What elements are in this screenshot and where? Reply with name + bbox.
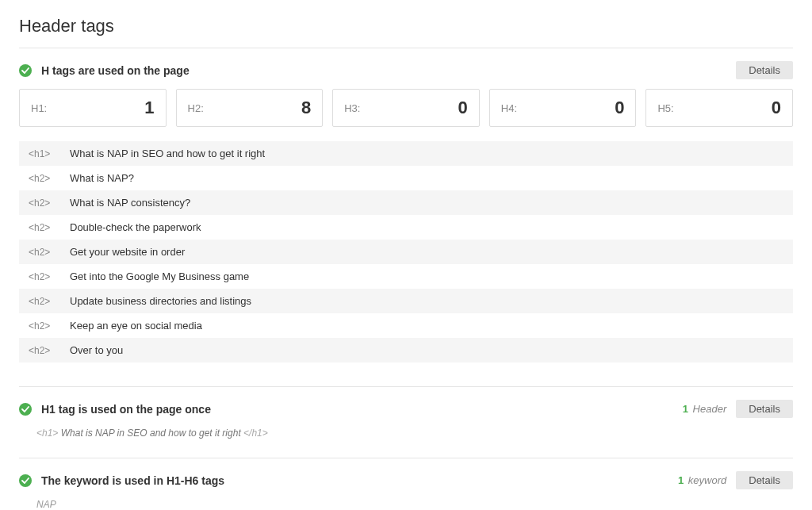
keyword-text: NAP bbox=[19, 496, 793, 510]
section-keyword: The keyword is used in H1-H6 tags 1 keyw… bbox=[19, 458, 793, 510]
check-icon bbox=[19, 474, 32, 487]
heading-tag: <h1> bbox=[29, 148, 59, 159]
count-number: 1 bbox=[683, 403, 688, 415]
section-htags-header: H tags are used on the page Details bbox=[19, 58, 793, 89]
details-button[interactable]: Details bbox=[736, 61, 793, 79]
section-title: H1 tag is used on the page once bbox=[41, 403, 683, 416]
stat-value: 0 bbox=[772, 98, 781, 118]
heading-row: <h2> Update business directories and lis… bbox=[19, 289, 793, 313]
count-label: Header bbox=[693, 403, 727, 415]
stat-value: 1 bbox=[144, 98, 154, 118]
heading-row: <h2> What is NAP? bbox=[19, 166, 793, 190]
details-button[interactable]: Details bbox=[736, 471, 793, 489]
heading-text: Over to you bbox=[70, 344, 123, 356]
heading-text: Get your website in order bbox=[70, 246, 185, 258]
stat-cards: H1: 1 H2: 8 H3: 0 H4: 0 H5: 0 bbox=[19, 89, 793, 127]
stat-card-h5: H5: 0 bbox=[645, 89, 793, 127]
tag-open: <h1> bbox=[36, 428, 58, 439]
page-title: Header tags bbox=[19, 16, 793, 48]
heading-text: What is NAP consistency? bbox=[70, 197, 190, 209]
stat-label: H3: bbox=[344, 102, 360, 114]
count-number: 1 bbox=[678, 474, 684, 486]
heading-row: <h2> Double-check the paperwork bbox=[19, 215, 793, 240]
stat-value: 0 bbox=[615, 98, 624, 118]
section-h1-once: H1 tag is used on the page once 1 Header… bbox=[19, 386, 793, 448]
stat-card-h2: H2: 8 bbox=[176, 89, 324, 127]
details-button[interactable]: Details bbox=[736, 400, 793, 418]
count-badge: 1 Header bbox=[683, 403, 727, 415]
heading-text: Double-check the paperwork bbox=[70, 221, 201, 233]
check-icon bbox=[19, 64, 32, 77]
heading-tag: <h2> bbox=[29, 296, 59, 307]
h1-code-preview: <h1> What is NAP in SEO and how to get i… bbox=[19, 424, 793, 448]
heading-tag: <h2> bbox=[29, 345, 59, 356]
heading-row: <h2> Keep an eye on social media bbox=[19, 313, 793, 338]
heading-tag: <h2> bbox=[29, 222, 59, 233]
heading-row: <h2> Get into the Google My Business gam… bbox=[19, 264, 793, 289]
tag-close: </h1> bbox=[243, 428, 268, 439]
heading-tag: <h2> bbox=[29, 173, 59, 184]
stat-label: H4: bbox=[501, 102, 517, 114]
section-h1-once-header: H1 tag is used on the page once 1 Header… bbox=[19, 397, 793, 424]
heading-list: <h1> What is NAP in SEO and how to get i… bbox=[19, 141, 793, 362]
heading-text: Get into the Google My Business game bbox=[70, 270, 249, 282]
stat-value: 8 bbox=[301, 98, 311, 118]
heading-tag: <h2> bbox=[29, 320, 59, 332]
heading-row: <h2> Get your website in order bbox=[19, 240, 793, 264]
heading-tag: <h2> bbox=[29, 197, 59, 209]
heading-text: Keep an eye on social media bbox=[70, 320, 202, 332]
heading-row: <h1> What is NAP in SEO and how to get i… bbox=[19, 141, 793, 166]
tag-content: What is NAP in SEO and how to get it rig… bbox=[61, 428, 241, 439]
count-badge: 1 keyword bbox=[678, 474, 726, 486]
section-title: The keyword is used in H1-H6 tags bbox=[41, 474, 678, 487]
heading-text: Update business directories and listings bbox=[70, 295, 251, 307]
heading-text: What is NAP? bbox=[70, 172, 134, 184]
count-label: keyword bbox=[688, 474, 726, 486]
stat-card-h3: H3: 0 bbox=[332, 89, 480, 127]
heading-text: What is NAP in SEO and how to get it rig… bbox=[70, 148, 265, 159]
section-title: H tags are used on the page bbox=[41, 64, 736, 77]
check-icon bbox=[19, 403, 32, 416]
stat-card-h4: H4: 0 bbox=[489, 89, 637, 127]
stat-card-h1: H1: 1 bbox=[19, 89, 167, 127]
heading-tag: <h2> bbox=[29, 247, 59, 258]
heading-tag: <h2> bbox=[29, 271, 59, 282]
heading-row: <h2> Over to you bbox=[19, 338, 793, 362]
heading-row: <h2> What is NAP consistency? bbox=[19, 190, 793, 215]
section-keyword-header: The keyword is used in H1-H6 tags 1 keyw… bbox=[19, 468, 793, 496]
stat-value: 0 bbox=[458, 98, 468, 118]
stat-label: H1: bbox=[31, 102, 47, 114]
stat-label: H2: bbox=[188, 102, 204, 114]
stat-label: H5: bbox=[657, 102, 673, 114]
